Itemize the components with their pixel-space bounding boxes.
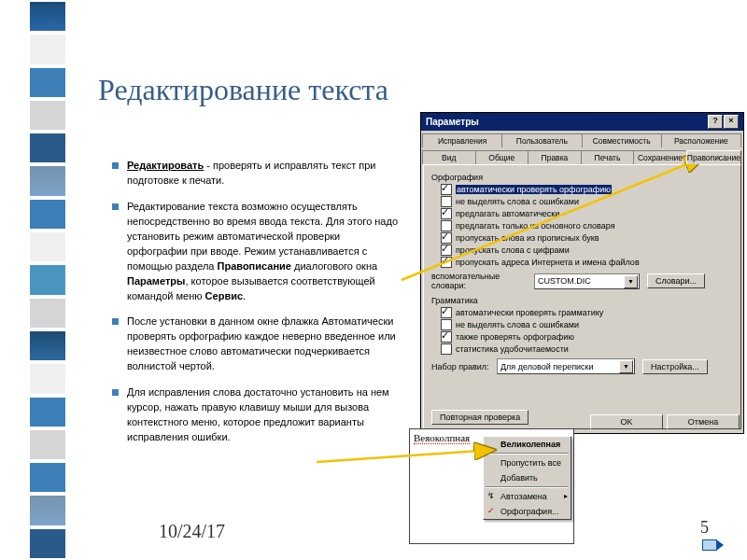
spelling-check-1[interactable]: не выделять слова с ошибками — [441, 196, 733, 207]
tab-location[interactable]: Расположение — [661, 133, 741, 147]
checkbox-icon[interactable] — [441, 257, 452, 268]
ok-button[interactable]: OK — [590, 414, 663, 429]
checkbox-icon[interactable] — [441, 208, 452, 219]
checkbox-icon[interactable] — [441, 343, 452, 355]
tab-save[interactable]: Сохранение — [633, 150, 687, 164]
autocorrect-icon: ↯ — [486, 491, 497, 502]
tab-edit[interactable]: Правка — [528, 150, 582, 164]
tab-spelling[interactable]: Правописание — [686, 150, 741, 164]
spelling-check-0[interactable]: автоматически проверять орфографию — [441, 184, 733, 195]
checkbox-label: автоматически проверять орфографию — [456, 185, 612, 194]
close-icon[interactable]: × — [724, 115, 739, 129]
aux-dict-dropdown[interactable]: CUSTOM.DIC — [534, 273, 640, 289]
tab-print[interactable]: Печать — [581, 150, 635, 164]
grammar-group: Грамматика — [431, 296, 733, 305]
spelling-check-2[interactable]: предлагать автоматически — [441, 208, 733, 219]
parameters-dialog: Параметры ? × Исправления Пользователь С… — [420, 112, 744, 434]
abc-icon: ✓ — [486, 506, 497, 517]
ctx-spelling[interactable]: ✓ Орфография... — [484, 504, 571, 519]
bullet-4: Для исправления слова достаточно установ… — [112, 385, 403, 445]
help-icon[interactable]: ? — [708, 115, 723, 129]
decorative-strip — [30, 0, 65, 560]
spellcheck-popup: Веяоколпная Великолепная Пропустить все … — [409, 428, 574, 544]
rules-dropdown[interactable]: Для деловой переписки — [497, 358, 635, 374]
dialog-title: Параметры — [426, 117, 707, 127]
settings-button[interactable]: Настройка... — [642, 359, 708, 374]
grammar-check-3[interactable]: статистика удобочитаемости — [441, 343, 733, 355]
slide-title: Редактирование текста — [98, 73, 388, 107]
checkbox-icon[interactable] — [441, 307, 452, 318]
tab-general[interactable]: Общие — [475, 150, 529, 164]
checkbox-label: пропускать слова из прописных букв — [456, 233, 599, 243]
recheck-button[interactable]: Повторная проверка — [431, 410, 529, 425]
grammar-check-0[interactable]: автоматически проверять грамматику — [441, 307, 733, 318]
grammar-check-1[interactable]: не выделять слова с ошибками — [441, 319, 733, 330]
bullet-1: Редактировать - проверять и исправлять т… — [112, 159, 403, 189]
bullet-2: Редактирование текста возможно осуществл… — [112, 200, 403, 304]
spelling-group: Орфография — [431, 173, 733, 182]
grammar-check-2[interactable]: также проверять орфографию — [441, 331, 733, 343]
aux-dict-label: вспомогательные словари: — [431, 272, 534, 290]
checkbox-icon[interactable] — [441, 331, 452, 343]
spelling-check-5[interactable]: пропускать слова с цифрами — [441, 245, 733, 256]
body-text: Редактировать - проверять и исправлять т… — [112, 159, 403, 456]
ctx-add[interactable]: Добавить — [484, 470, 571, 485]
ctx-skip-all[interactable]: Пропустить все — [484, 455, 571, 470]
next-slide-arrow[interactable] — [702, 539, 717, 551]
ctx-suggestion[interactable]: Великолепная — [484, 437, 571, 452]
checkbox-label: пропускать адреса Интернета и имена файл… — [456, 258, 640, 267]
dialog-titlebar: Параметры ? × — [421, 113, 743, 131]
bullet-3: После установки в данном окне флажка Авт… — [112, 315, 403, 374]
checkbox-label: статистика удобочитаемости — [456, 344, 569, 354]
spelling-check-4[interactable]: пропускать слова из прописных букв — [441, 232, 733, 244]
context-menu: Великолепная Пропустить все Добавить ↯ А… — [483, 436, 571, 520]
tab-compat[interactable]: Совместимость — [582, 133, 662, 147]
checkbox-label: не выделять слова с ошибками — [456, 320, 579, 329]
checkbox-label: также проверять орфографию — [456, 332, 574, 342]
checkbox-label: не выделять слова с ошибками — [456, 197, 579, 206]
tabs-row-2: Вид Общие Правка Печать Сохранение Право… — [421, 147, 743, 164]
tab-corrections[interactable]: Исправления — [422, 133, 502, 147]
tab-user[interactable]: Пользователь — [501, 133, 582, 147]
rules-label: Набор правил: — [431, 362, 497, 371]
checkbox-label: предлагать только из основного словаря — [456, 221, 615, 231]
checkbox-label: предлагать автоматически — [456, 209, 559, 218]
spelling-check-6[interactable]: пропускать адреса Интернета и имена файл… — [441, 257, 733, 268]
spelling-check-3[interactable]: предлагать только из основного словаря — [441, 220, 733, 231]
misspelled-word: Веяоколпная — [414, 432, 470, 444]
cancel-button[interactable]: Отмена — [667, 414, 740, 429]
checkbox-label: пропускать слова с цифрами — [456, 245, 570, 255]
footer-page-number: 5 — [700, 518, 709, 538]
dictionaries-button[interactable]: Словари... — [647, 273, 705, 288]
checkbox-icon[interactable] — [441, 184, 452, 195]
tab-panel: Орфография автоматически проверять орфог… — [423, 164, 741, 429]
tabs-row-1: Исправления Пользователь Совместимость Р… — [421, 131, 743, 147]
footer-date: 10/24/17 — [159, 521, 225, 542]
ctx-autocorrect[interactable]: ↯ Автозамена — [484, 489, 571, 504]
checkbox-label: автоматически проверять грамматику — [456, 308, 603, 317]
tab-view[interactable]: Вид — [422, 150, 476, 164]
